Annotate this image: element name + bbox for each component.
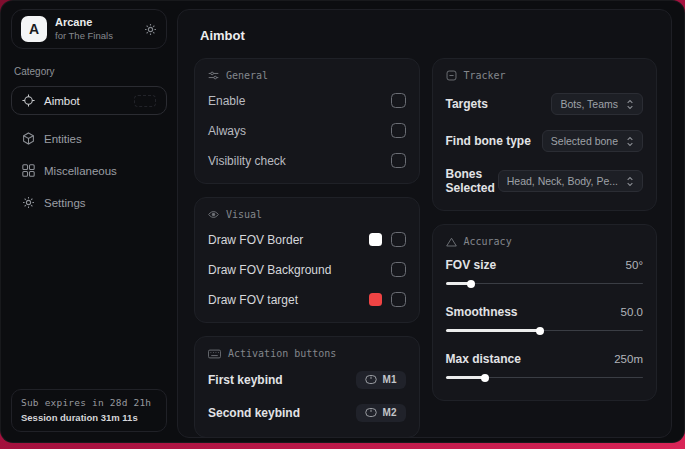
crosshair-icon: [22, 94, 35, 107]
content-columns: General Enable Always Visibility check: [194, 58, 657, 438]
settings-row: Visibility check: [208, 146, 406, 176]
settings-row: Find bone type Selected bone: [446, 123, 644, 160]
slider-fill: [446, 329, 541, 332]
visual-card: Visual Draw FOV Border Draw FOV Backgrou…: [194, 197, 420, 323]
keybind-value: M1: [383, 374, 397, 385]
slider-knob[interactable]: [481, 374, 489, 382]
settings-row: Enable: [208, 86, 406, 116]
tracker-card-header: Tracker: [446, 70, 644, 81]
session-duration-text: Session duration 31m 11s: [21, 412, 157, 423]
sub-expiry-text: Sub expires in 28d 21h: [21, 397, 157, 408]
row-label: Max distance: [446, 352, 521, 366]
row-label: Draw FOV target: [208, 293, 298, 307]
general-card: General Enable Always Visibility check: [194, 58, 420, 184]
visual-card-header: Visual: [208, 209, 406, 220]
slider-knob[interactable]: [536, 327, 544, 335]
grid-icon: [22, 164, 35, 177]
accuracy-card: Accuracy FOV size 50°: [432, 224, 658, 401]
unfold-icon: [626, 176, 634, 187]
settings-row: Draw FOV Background: [208, 255, 406, 285]
mouse-icon: [365, 375, 377, 384]
settings-row: Second keybind M2: [208, 397, 406, 430]
visibility-check-checkbox[interactable]: [391, 153, 406, 168]
activation-card: Activation buttons First keybind M1: [194, 336, 420, 438]
left-column: General Enable Always Visibility check: [194, 58, 420, 438]
settings-row: Targets Bots, Teams: [446, 86, 644, 123]
row-label: Always: [208, 124, 246, 138]
row-label: FOV size: [446, 258, 497, 272]
keyboard-icon: [208, 349, 221, 359]
right-column: Tracker Targets Bots, Teams: [432, 58, 658, 414]
sidebar-item-aimbot[interactable]: Aimbot: [11, 86, 167, 115]
find-bone-type-select[interactable]: Selected bone: [542, 130, 643, 152]
draw-fov-background-checkbox[interactable]: [391, 262, 406, 277]
draw-fov-border-checkbox[interactable]: [391, 232, 406, 247]
select-value: Bots, Teams: [560, 98, 618, 110]
activation-card-header: Activation buttons: [208, 348, 406, 359]
draw-fov-target-swatch[interactable]: [369, 293, 382, 306]
sidebar-item-label: Entities: [44, 133, 82, 145]
eye-icon: [208, 209, 219, 220]
slider-value: 250m: [614, 353, 643, 365]
triangle-icon: [446, 237, 457, 247]
row-label: Visibility check: [208, 154, 286, 168]
sliders-icon: [208, 70, 219, 81]
category-label: Category: [14, 66, 164, 77]
sidebar-item-label: Miscellaneous: [44, 165, 117, 177]
accuracy-card-header: Accuracy: [446, 236, 644, 247]
max-distance-slider[interactable]: [446, 372, 644, 383]
sidebar-item-entities[interactable]: Entities: [11, 124, 167, 153]
keybind-placeholder: [134, 95, 156, 107]
app-name: Arcane: [55, 16, 113, 30]
select-value: Selected bone: [551, 135, 618, 147]
smoothness-slider[interactable]: [446, 325, 644, 336]
slider-row: FOV size 50°: [446, 252, 644, 299]
sidebar-nav: Aimbot Entities Miscellane: [11, 86, 167, 220]
slider-value: 50.0: [621, 306, 643, 318]
app-meta: Arcane for The Finals: [55, 16, 113, 42]
bones-selected-select[interactable]: Head, Neck, Body, Pe...: [498, 170, 643, 192]
general-card-header: General: [208, 70, 406, 81]
unfold-icon: [626, 99, 634, 110]
select-value: Head, Neck, Body, Pe...: [507, 175, 618, 187]
draw-fov-border-swatch[interactable]: [369, 233, 382, 246]
second-keybind-button[interactable]: M2: [356, 404, 406, 422]
targets-select[interactable]: Bots, Teams: [551, 93, 643, 115]
row-label: Find bone type: [446, 134, 531, 148]
row-controls: [369, 232, 406, 247]
sidebar-item-miscellaneous[interactable]: Miscellaneous: [11, 156, 167, 185]
slider-fill: [446, 376, 486, 379]
card-title: Accuracy: [464, 236, 512, 247]
settings-row: Bones Selected Head, Neck, Body, Pe...: [446, 160, 644, 203]
settings-row: Always: [208, 116, 406, 146]
cube-icon: [22, 132, 35, 145]
draw-fov-target-checkbox[interactable]: [391, 292, 406, 307]
row-label: First keybind: [208, 373, 283, 387]
row-label: Enable: [208, 94, 245, 108]
settings-row: Draw FOV target: [208, 285, 406, 315]
subscription-status: Sub expires in 28d 21h Session duration …: [11, 389, 167, 432]
tracker-icon: [446, 70, 457, 81]
row-label: Smoothness: [446, 305, 518, 319]
gear-icon[interactable]: [144, 23, 157, 36]
sidebar-item-settings[interactable]: Settings: [11, 188, 167, 217]
row-label: Targets: [446, 97, 488, 111]
sidebar: A Arcane for The Finals Category: [1, 1, 175, 442]
settings-row: First keybind M1: [208, 364, 406, 397]
first-keybind-button[interactable]: M1: [356, 371, 406, 389]
row-label: Draw FOV Background: [208, 263, 331, 277]
enable-checkbox[interactable]: [391, 93, 406, 108]
page-title: Aimbot: [200, 28, 657, 43]
always-checkbox[interactable]: [391, 123, 406, 138]
card-title: Visual: [226, 209, 262, 220]
slider-knob[interactable]: [467, 280, 475, 288]
sidebar-item-label: Aimbot: [44, 95, 80, 107]
tracker-card: Tracker Targets Bots, Teams: [432, 58, 658, 211]
slider-row: Max distance 250m: [446, 346, 644, 393]
fov-size-slider[interactable]: [446, 278, 644, 289]
gear-icon: [22, 196, 35, 209]
app-header: A Arcane for The Finals: [11, 9, 167, 49]
app-subtitle: for The Finals: [55, 30, 113, 42]
app-window: A Arcane for The Finals Category: [0, 0, 685, 443]
slider-row: Smoothness 50.0: [446, 299, 644, 346]
